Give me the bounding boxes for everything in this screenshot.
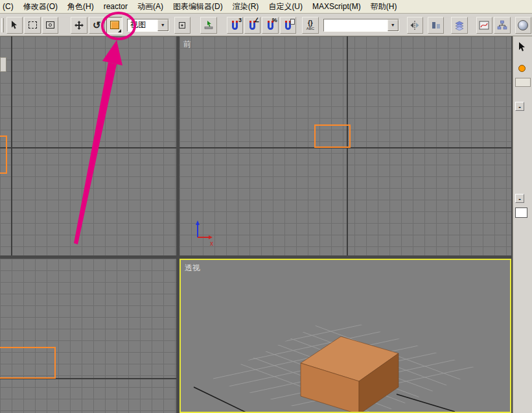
dock-handle[interactable] xyxy=(0,57,6,72)
material-editor-button[interactable] xyxy=(515,17,531,34)
menu-item-customize[interactable]: 自定义(U) xyxy=(268,1,303,12)
material-sphere-icon xyxy=(518,20,528,30)
abc-label: ABC xyxy=(306,27,314,30)
select-and-rotate-button[interactable]: ↺ xyxy=(89,17,105,34)
menu-item-maxscript[interactable]: MAXScript(M) xyxy=(312,2,361,11)
align-button[interactable] xyxy=(428,17,444,34)
x-axis-arrow xyxy=(209,235,213,239)
menu-item-character[interactable]: 角色(H) xyxy=(67,1,94,12)
selection-region-icon xyxy=(29,21,37,29)
named-selection-sets-dropdown[interactable]: ▼ xyxy=(323,19,399,32)
world-axis-line xyxy=(0,147,176,148)
flyout-corner-icon xyxy=(118,29,121,32)
viewport-front[interactable]: 前 x xyxy=(179,36,511,255)
layer-manager-button[interactable] xyxy=(451,17,467,34)
menu-item-help[interactable]: 帮助(H) xyxy=(371,1,397,12)
scale-icon xyxy=(110,21,119,29)
spinner-icon xyxy=(290,19,295,25)
select-object-button[interactable] xyxy=(6,17,23,34)
main-toolbar: ↺ 视图 ▼ 3 ∠ xyxy=(0,14,532,36)
menu-bar: (C) 修改器(O) 角色(H) reactor 动画(A) 图表编辑器(D) … xyxy=(0,0,532,14)
select-and-move-button[interactable] xyxy=(71,17,87,34)
rollout-collapse-button[interactable]: - xyxy=(515,102,524,111)
world-axis-line xyxy=(11,36,12,255)
select-cursor-icon[interactable] xyxy=(517,41,527,53)
rotate-icon: ↺ xyxy=(93,20,101,30)
z-axis-arrow xyxy=(196,220,200,225)
viewport-perspective[interactable]: 透视 xyxy=(179,259,511,413)
schematic-view-icon xyxy=(497,20,507,30)
window-crossing-icon xyxy=(46,21,54,29)
viewport-bottom-left[interactable] xyxy=(0,259,176,413)
viewport-label: 透视 xyxy=(185,263,200,274)
edit-named-selections-button[interactable]: {} ABC xyxy=(302,17,318,34)
dropdown-arrow-icon[interactable]: ▼ xyxy=(387,19,399,31)
menu-item-rendering[interactable]: 渲染(R) xyxy=(233,1,259,12)
mirror-button[interactable] xyxy=(407,17,423,34)
schematic-view-button[interactable] xyxy=(494,17,510,34)
selection-rectangle xyxy=(0,347,56,379)
toolbar-grip[interactable] xyxy=(1,18,4,32)
percent-label: % xyxy=(272,18,277,24)
manipulate-icon xyxy=(203,20,214,30)
coordinate-dropdown-value: 视图 xyxy=(130,19,146,30)
select-and-scale-button[interactable] xyxy=(106,17,122,34)
pivot-center-icon xyxy=(177,20,187,30)
mirror-icon xyxy=(410,20,420,30)
command-panel: - - xyxy=(513,36,532,413)
magnet-icon xyxy=(232,23,238,30)
window-crossing-toggle-button[interactable] xyxy=(42,17,58,34)
move-icon xyxy=(74,20,84,30)
percent-snap-button[interactable]: % xyxy=(262,17,278,34)
angle-snap-button[interactable]: ∠ xyxy=(244,17,260,34)
menu-item-animation[interactable]: 动画(A) xyxy=(137,1,163,12)
color-swatch[interactable] xyxy=(515,207,527,218)
select-and-manipulate-button[interactable] xyxy=(200,17,216,34)
braces-label: {} xyxy=(308,20,313,27)
panel-tab-stub[interactable] xyxy=(515,78,531,87)
curve-editor-icon xyxy=(479,20,489,30)
viewport-top-left[interactable] xyxy=(0,36,176,255)
dropdown-arrow-icon[interactable]: ▼ xyxy=(157,19,168,31)
geometry-category-icon[interactable] xyxy=(518,65,526,72)
spinner-snap-button[interactable] xyxy=(280,17,296,34)
angle-label: ∠ xyxy=(254,18,259,24)
snap-toggle-button[interactable]: 3 xyxy=(227,17,243,34)
perspective-scene xyxy=(181,260,510,412)
selection-rectangle xyxy=(0,136,7,174)
rectangular-selection-region-button[interactable] xyxy=(24,17,40,34)
curve-editor-button[interactable] xyxy=(476,17,492,34)
axis-tripod: x xyxy=(191,219,218,248)
rollout-collapse-button[interactable]: - xyxy=(515,194,524,203)
use-pivot-center-button[interactable] xyxy=(174,17,191,34)
x-axis-label: x xyxy=(210,240,213,247)
menu-item-graph-editors[interactable]: 图表编辑器(D) xyxy=(173,1,223,12)
cursor-icon xyxy=(10,20,20,30)
menu-item-reactor[interactable]: reactor xyxy=(104,2,128,11)
selection-rectangle xyxy=(314,124,351,148)
reference-coordinate-system-dropdown[interactable]: 视图 ▼ xyxy=(127,19,168,32)
snap-count-label: 3 xyxy=(238,18,242,24)
menu-item-edit[interactable]: (C) xyxy=(3,2,14,11)
align-icon xyxy=(431,20,441,30)
layers-icon xyxy=(454,20,465,30)
viewport-label: 前 xyxy=(183,39,191,50)
menu-item-modifiers[interactable]: 修改器(O) xyxy=(23,1,58,12)
